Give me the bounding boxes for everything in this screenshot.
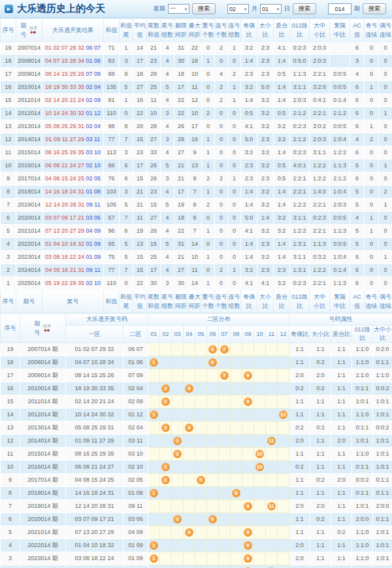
stat-cell: 4 — [161, 264, 174, 277]
t1-footer-header-row: 序号期号奖号和值和值尾平均值尾数和值尾号组数极限间距最大间距重号个数连号个数连号… — [1, 290, 392, 313]
col-header: 012路比 — [290, 290, 310, 313]
dist-cell — [254, 409, 266, 422]
issue-cell: 2015014 期 — [20, 448, 66, 461]
col-header: 期号排序◆◆ — [16, 19, 42, 42]
stat-cell: 0:0:5 — [330, 68, 350, 81]
col-header: 尾号组数 — [161, 19, 174, 42]
stat-cell: 0 — [379, 238, 392, 251]
dist-cell — [148, 526, 160, 539]
stat-cell: 6 — [120, 159, 133, 173]
dist-cell — [231, 395, 242, 409]
stat-cell: 0 — [365, 94, 379, 107]
attr-cell: 1:1 — [310, 539, 331, 552]
col-header: 极限间距 — [174, 19, 188, 42]
stat-cell: 10 — [188, 68, 202, 81]
stat-cell: 0:5:0 — [290, 55, 310, 68]
stat-cell: 4 — [215, 68, 228, 81]
attr-cell: 1:1:0 — [373, 369, 392, 382]
t2-issue-header[interactable]: 期号排序◆◆ — [20, 314, 66, 343]
stat-cell: 3:2 — [274, 277, 290, 290]
stat-cell: 0 — [228, 238, 241, 251]
stat-cell: 8 — [120, 68, 133, 81]
back-zone-numbers: 01 09 — [86, 241, 101, 247]
stat-cell: 6 — [350, 42, 365, 55]
stat-cell: 1 — [202, 159, 215, 173]
stat-cell: 1:4 — [274, 251, 290, 264]
stat-cell: 0 — [202, 94, 215, 107]
col-header: 质合比 — [274, 290, 290, 313]
stat-cell: 0 — [365, 146, 379, 159]
stat-cell: 1 — [365, 81, 379, 94]
day-select[interactable]: 01 ∨ — [260, 4, 282, 14]
stat-cell: 2:1:2 — [330, 107, 350, 120]
stat-cell: 4 — [161, 68, 174, 81]
col-header: 连号组数 — [228, 290, 241, 313]
stat-cell: 31 — [174, 42, 188, 55]
date-search-button[interactable]: 搜索 — [293, 3, 316, 14]
stat-cell: 28 — [147, 120, 161, 133]
sort-icon[interactable]: 排序◆◆ — [29, 25, 38, 35]
table-row: 142012014 期10 14 24 30 3201 121121:11:11… — [1, 409, 392, 422]
issue-input[interactable] — [328, 3, 351, 14]
t2-attr-group-header: 号码属性 — [289, 314, 392, 326]
stat-cell: 1:1:3 — [290, 68, 310, 81]
col-header: 平均值 — [133, 19, 147, 42]
week-search-button[interactable]: 搜索 — [192, 3, 216, 14]
issue-cell: 2018014 — [16, 186, 42, 199]
dist-cell — [184, 343, 195, 356]
seq-cell: 6 — [1, 212, 16, 225]
back-zone-numbers: 02 10 — [86, 162, 101, 169]
dist-cell — [172, 369, 184, 382]
front-zone-numbers: 01 02 07 29 32 — [45, 44, 84, 51]
issue-search-button[interactable]: 搜索 — [363, 3, 386, 14]
attr-cell: 1:1 — [310, 448, 331, 461]
dist-cell: 1 — [148, 409, 160, 422]
t1-header-row: 序号期号排序◆◆大乐透开奖结果和值和值尾平均值尾数和值尾号组数极限间距最大间距重… — [1, 19, 392, 42]
col-header: 大小比 — [257, 290, 274, 313]
stat-cell: 22 — [188, 42, 202, 55]
stat-cell: 16 — [133, 94, 147, 107]
attr-cell: 0:0:2 — [352, 474, 373, 487]
stat-cell: 26 — [147, 173, 161, 186]
front-zone-numbers: 01 04 10 18 32 — [45, 241, 84, 247]
week-select[interactable]: 一 ∨ — [168, 4, 189, 14]
stat-cell: 0:2:3 — [290, 120, 310, 133]
stat-cell: 2:3 — [241, 159, 257, 173]
attr-cell: 1:1:0 — [352, 343, 373, 356]
dist-cell: 9 — [242, 500, 254, 513]
stat-cell: 0 — [215, 251, 228, 264]
back-zone-numbers: 01 06 — [86, 58, 101, 64]
stat-cell: 5 — [120, 238, 133, 251]
attr-cell: 0:2 — [310, 474, 331, 487]
result-cell: 12 14 20 28 31 09 11 — [42, 199, 104, 212]
sort-icon[interactable]: 排序◆◆ — [42, 324, 52, 333]
stat-cell: 0 — [215, 277, 228, 290]
stat-cell: 3 — [120, 186, 133, 199]
stat-cell: 11 — [188, 264, 202, 277]
dist-cell — [278, 552, 289, 565]
dist-cell — [266, 552, 278, 565]
attr-cell: 1:1 — [289, 448, 310, 461]
attr-cell: 0:2 — [289, 422, 310, 435]
stat-cell: 0 — [215, 225, 228, 238]
table-row: 22024014 期04 05 16 21 3109 119112:02:01:… — [1, 565, 392, 568]
stat-cell: 0 — [379, 133, 392, 146]
stat-cell: 13 — [188, 159, 202, 173]
month-select[interactable]: 02 ∨ — [227, 4, 249, 14]
stat-cell: 1:4 — [241, 199, 257, 212]
dist-cell — [278, 539, 289, 552]
stat-cell: 1 — [120, 94, 133, 107]
result-cell: 14 16 18 24 31 01 08 — [42, 186, 104, 199]
stat-cell: 3:2 — [241, 264, 257, 277]
seq-cell: 3 — [1, 552, 20, 565]
front-zone-numbers: 08 14 15 25 26 — [45, 71, 84, 77]
dist-cell — [278, 526, 289, 539]
result-cell: 18 19 30 33 35 02 04 — [42, 81, 104, 94]
stat-cell: 4 — [161, 94, 174, 107]
attr-cell: 2:0:0 — [373, 500, 392, 513]
front-zone-numbers: 14 16 18 24 31 — [45, 188, 84, 195]
stat-cell: 0 — [365, 68, 379, 81]
back-zone-numbers: 07 09 — [86, 71, 101, 77]
issue-cell: 2009014 期 — [20, 369, 66, 382]
stat-cell: 3:2 — [241, 81, 257, 94]
